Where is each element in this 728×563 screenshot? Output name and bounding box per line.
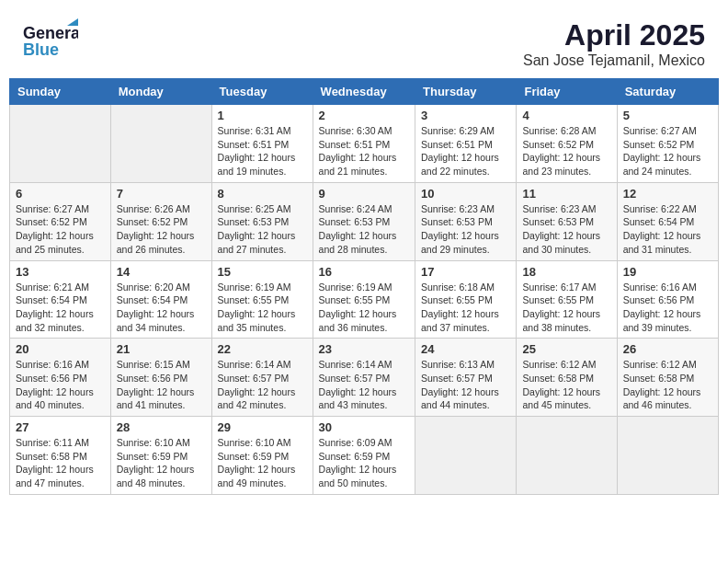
- col-saturday: Saturday: [617, 79, 718, 105]
- location-title: San Jose Tejamanil, Mexico: [523, 52, 705, 69]
- day-number: 24: [421, 342, 510, 356]
- day-number: 28: [117, 420, 206, 434]
- day-info: Sunrise: 6:19 AM Sunset: 6:55 PM Dayligh…: [319, 281, 409, 335]
- day-number: 16: [319, 265, 409, 279]
- day-number: 14: [117, 265, 206, 279]
- calendar-cell: 16Sunrise: 6:19 AM Sunset: 6:55 PM Dayli…: [313, 260, 415, 339]
- calendar-cell: 15Sunrise: 6:19 AM Sunset: 6:55 PM Dayli…: [211, 260, 313, 339]
- day-info: Sunrise: 6:25 AM Sunset: 6:53 PM Dayligh…: [218, 202, 307, 257]
- calendar-cell: 17Sunrise: 6:18 AM Sunset: 6:55 PM Dayli…: [415, 260, 517, 339]
- calendar-cell: 9Sunrise: 6:24 AM Sunset: 6:53 PM Daylig…: [313, 182, 415, 260]
- day-info: Sunrise: 6:26 AM Sunset: 6:52 PM Dayligh…: [117, 202, 206, 257]
- calendar-cell: 8Sunrise: 6:25 AM Sunset: 6:53 PM Daylig…: [211, 182, 313, 260]
- calendar-cell: 21Sunrise: 6:15 AM Sunset: 6:56 PM Dayli…: [110, 339, 211, 417]
- calendar-body: 1Sunrise: 6:31 AM Sunset: 6:51 PM Daylig…: [10, 105, 719, 495]
- day-info: Sunrise: 6:27 AM Sunset: 6:52 PM Dayligh…: [16, 202, 105, 257]
- day-number: 4: [522, 109, 610, 122]
- col-tuesday: Tuesday: [211, 79, 313, 105]
- calendar-week-row: 13Sunrise: 6:21 AM Sunset: 6:54 PM Dayli…: [10, 260, 719, 339]
- day-info: Sunrise: 6:22 AM Sunset: 6:54 PM Dayligh…: [623, 202, 712, 257]
- day-info: Sunrise: 6:18 AM Sunset: 6:55 PM Dayligh…: [421, 281, 510, 335]
- calendar-cell: [110, 105, 211, 183]
- day-info: Sunrise: 6:14 AM Sunset: 6:57 PM Dayligh…: [218, 358, 307, 412]
- day-info: Sunrise: 6:12 AM Sunset: 6:58 PM Dayligh…: [623, 358, 712, 412]
- day-info: Sunrise: 6:20 AM Sunset: 6:54 PM Dayligh…: [117, 281, 206, 335]
- day-number: 12: [623, 187, 712, 201]
- logo-svg: General Blue: [23, 18, 78, 64]
- logo: General Blue: [23, 18, 78, 64]
- calendar-cell: [10, 105, 111, 183]
- calendar-cell: 18Sunrise: 6:17 AM Sunset: 6:55 PM Dayli…: [517, 260, 617, 339]
- day-number: 6: [16, 187, 105, 201]
- day-info: Sunrise: 6:24 AM Sunset: 6:53 PM Dayligh…: [319, 202, 409, 257]
- day-number: 10: [421, 187, 510, 201]
- calendar-week-row: 6Sunrise: 6:27 AM Sunset: 6:52 PM Daylig…: [10, 182, 719, 260]
- day-number: 25: [522, 342, 610, 356]
- calendar-cell: 1Sunrise: 6:31 AM Sunset: 6:51 PM Daylig…: [211, 105, 313, 183]
- svg-text:General: General: [23, 24, 78, 42]
- day-number: 8: [218, 187, 307, 201]
- calendar-week-row: 27Sunrise: 6:11 AM Sunset: 6:58 PM Dayli…: [10, 417, 719, 495]
- day-info: Sunrise: 6:23 AM Sunset: 6:53 PM Dayligh…: [522, 202, 610, 257]
- day-info: Sunrise: 6:10 AM Sunset: 6:59 PM Dayligh…: [117, 436, 206, 490]
- day-info: Sunrise: 6:12 AM Sunset: 6:58 PM Dayligh…: [522, 358, 610, 412]
- day-number: 11: [522, 187, 610, 201]
- day-info: Sunrise: 6:11 AM Sunset: 6:58 PM Dayligh…: [16, 436, 105, 490]
- calendar-cell: 3Sunrise: 6:29 AM Sunset: 6:51 PM Daylig…: [415, 105, 517, 183]
- col-friday: Friday: [517, 79, 617, 105]
- day-info: Sunrise: 6:10 AM Sunset: 6:59 PM Dayligh…: [218, 436, 307, 490]
- calendar-cell: 23Sunrise: 6:14 AM Sunset: 6:57 PM Dayli…: [313, 339, 415, 417]
- day-number: 2: [319, 109, 409, 122]
- calendar-cell: [617, 417, 718, 495]
- day-info: Sunrise: 6:27 AM Sunset: 6:52 PM Dayligh…: [623, 124, 712, 178]
- calendar-cell: 11Sunrise: 6:23 AM Sunset: 6:53 PM Dayli…: [517, 182, 617, 260]
- day-info: Sunrise: 6:23 AM Sunset: 6:53 PM Dayligh…: [421, 202, 510, 257]
- day-number: 22: [218, 342, 307, 356]
- day-info: Sunrise: 6:09 AM Sunset: 6:59 PM Dayligh…: [319, 436, 409, 490]
- day-info: Sunrise: 6:30 AM Sunset: 6:51 PM Dayligh…: [319, 124, 409, 178]
- day-number: 15: [218, 265, 307, 279]
- month-title: April 2025: [523, 18, 705, 52]
- calendar-cell: 14Sunrise: 6:20 AM Sunset: 6:54 PM Dayli…: [110, 260, 211, 339]
- calendar-cell: 12Sunrise: 6:22 AM Sunset: 6:54 PM Dayli…: [617, 182, 718, 260]
- svg-text:Blue: Blue: [23, 40, 59, 59]
- calendar-cell: 27Sunrise: 6:11 AM Sunset: 6:58 PM Dayli…: [10, 417, 111, 495]
- calendar-cell: 13Sunrise: 6:21 AM Sunset: 6:54 PM Dayli…: [10, 260, 111, 339]
- day-info: Sunrise: 6:31 AM Sunset: 6:51 PM Dayligh…: [218, 124, 307, 178]
- calendar-cell: 7Sunrise: 6:26 AM Sunset: 6:52 PM Daylig…: [110, 182, 211, 260]
- calendar-cell: 25Sunrise: 6:12 AM Sunset: 6:58 PM Dayli…: [517, 339, 617, 417]
- day-number: 17: [421, 265, 510, 279]
- day-info: Sunrise: 6:13 AM Sunset: 6:57 PM Dayligh…: [421, 358, 510, 412]
- day-info: Sunrise: 6:21 AM Sunset: 6:54 PM Dayligh…: [16, 281, 105, 335]
- day-number: 20: [16, 342, 105, 356]
- calendar-cell: 5Sunrise: 6:27 AM Sunset: 6:52 PM Daylig…: [617, 105, 718, 183]
- page-header: General Blue April 2025 San Jose Tejaman…: [9, 9, 719, 74]
- calendar-table: Sunday Monday Tuesday Wednesday Thursday…: [9, 78, 719, 495]
- day-info: Sunrise: 6:15 AM Sunset: 6:56 PM Dayligh…: [117, 358, 206, 412]
- day-number: 30: [319, 420, 409, 434]
- calendar-cell: 2Sunrise: 6:30 AM Sunset: 6:51 PM Daylig…: [313, 105, 415, 183]
- calendar-cell: [517, 417, 617, 495]
- day-number: 1: [218, 109, 307, 122]
- calendar-week-row: 1Sunrise: 6:31 AM Sunset: 6:51 PM Daylig…: [10, 105, 719, 183]
- col-wednesday: Wednesday: [313, 79, 415, 105]
- day-number: 18: [522, 265, 610, 279]
- day-number: 19: [623, 265, 712, 279]
- day-number: 13: [16, 265, 105, 279]
- calendar-cell: 24Sunrise: 6:13 AM Sunset: 6:57 PM Dayli…: [415, 339, 517, 417]
- day-info: Sunrise: 6:14 AM Sunset: 6:57 PM Dayligh…: [319, 358, 409, 412]
- day-info: Sunrise: 6:16 AM Sunset: 6:56 PM Dayligh…: [623, 281, 712, 335]
- day-info: Sunrise: 6:28 AM Sunset: 6:52 PM Dayligh…: [522, 124, 610, 178]
- day-number: 23: [319, 342, 409, 356]
- day-number: 5: [623, 109, 712, 122]
- calendar-cell: 26Sunrise: 6:12 AM Sunset: 6:58 PM Dayli…: [617, 339, 718, 417]
- col-thursday: Thursday: [415, 79, 517, 105]
- calendar-cell: 28Sunrise: 6:10 AM Sunset: 6:59 PM Dayli…: [110, 417, 211, 495]
- calendar-cell: 30Sunrise: 6:09 AM Sunset: 6:59 PM Dayli…: [313, 417, 415, 495]
- day-info: Sunrise: 6:29 AM Sunset: 6:51 PM Dayligh…: [421, 124, 510, 178]
- calendar-cell: 20Sunrise: 6:16 AM Sunset: 6:56 PM Dayli…: [10, 339, 111, 417]
- day-number: 27: [16, 420, 105, 434]
- day-info: Sunrise: 6:17 AM Sunset: 6:55 PM Dayligh…: [522, 281, 610, 335]
- calendar-cell: 4Sunrise: 6:28 AM Sunset: 6:52 PM Daylig…: [517, 105, 617, 183]
- day-number: 3: [421, 109, 510, 122]
